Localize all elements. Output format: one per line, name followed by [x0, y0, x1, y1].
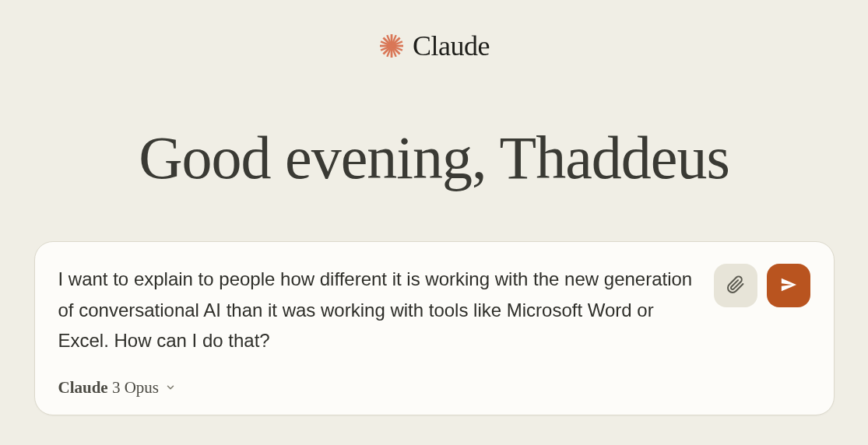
model-selector[interactable]: Claude 3 Opus — [58, 378, 177, 398]
send-button[interactable] — [767, 264, 810, 307]
chevron-down-icon — [165, 382, 176, 393]
send-icon — [780, 276, 797, 296]
paperclip-icon — [726, 275, 745, 296]
brand-name: Claude — [413, 30, 490, 62]
prompt-textarea[interactable]: I want to explain to people how differen… — [58, 264, 703, 356]
model-name-label: Claude 3 Opus — [58, 378, 160, 398]
starburst-icon — [378, 33, 405, 59]
attach-button[interactable] — [714, 264, 757, 307]
brand-header: Claude — [378, 30, 490, 62]
prompt-input-box: I want to explain to people how differen… — [34, 241, 835, 415]
greeting-text: Good evening, Thaddeus — [139, 123, 729, 193]
